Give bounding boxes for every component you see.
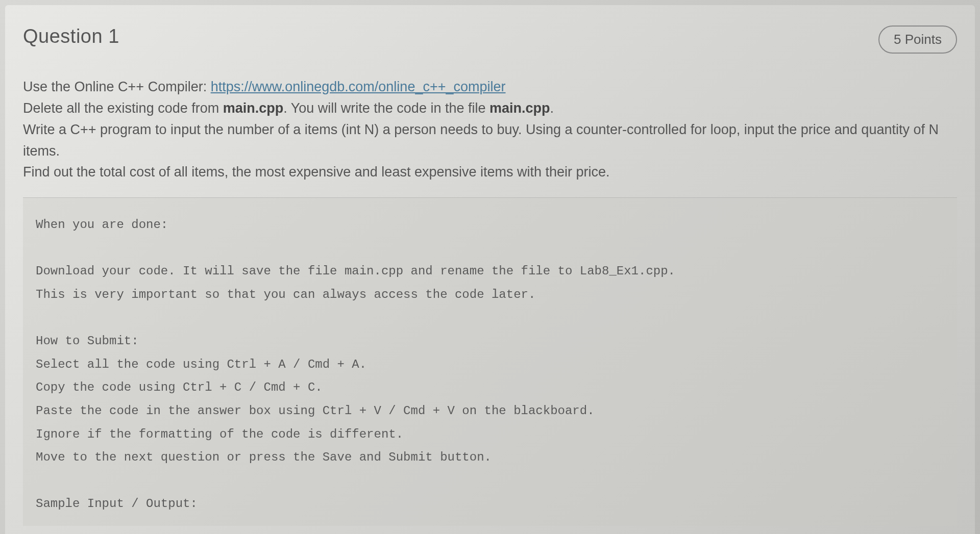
question-card: Question 1 5 Points Use the Online C++ C… <box>5 5 975 534</box>
question-title: Question 1 <box>23 26 119 47</box>
text-suffix: . <box>550 100 554 116</box>
compiler-link[interactable]: https://www.onlinegdb.com/online_c++_com… <box>211 79 506 94</box>
question-header: Question 1 5 Points <box>23 26 957 54</box>
text-prefix: Use the Online C++ Compiler: <box>23 79 211 94</box>
question-body: Use the Online C++ Compiler: https://www… <box>23 77 957 526</box>
instruction-line-2: Delete all the existing code from main.c… <box>23 98 957 119</box>
text-mid: . You will write the code in the file <box>283 100 489 116</box>
instruction-line-3: Write a C++ program to input the number … <box>23 119 957 162</box>
filename-bold: main.cpp <box>489 100 550 116</box>
text-prefix: Delete all the existing code from <box>23 100 223 116</box>
instruction-line-1: Use the Online C++ Compiler: https://www… <box>23 77 957 98</box>
filename-bold: main.cpp <box>223 100 284 116</box>
instruction-line-4: Find out the total cost of all items, th… <box>23 162 957 183</box>
code-instructions-block: When you are done: Download your code. I… <box>23 197 957 526</box>
points-badge: 5 Points <box>878 26 957 54</box>
